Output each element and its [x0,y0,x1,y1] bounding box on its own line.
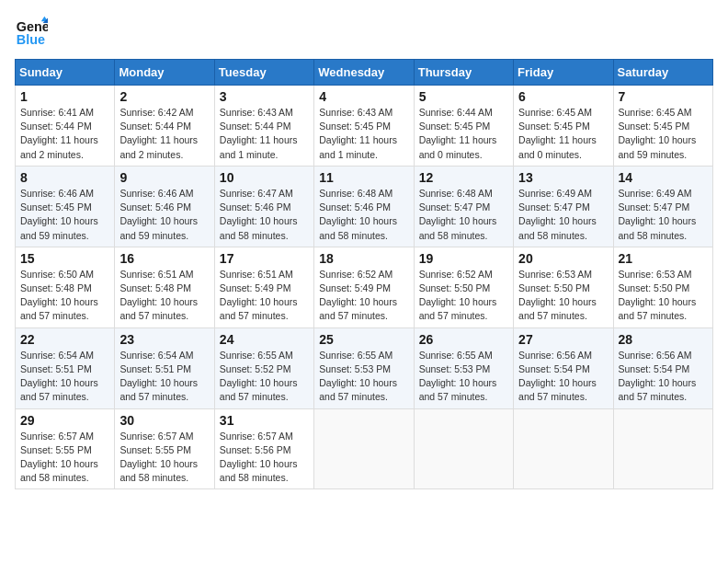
day-number: 20 [518,251,608,266]
day-info: Sunrise: 6:48 AMSunset: 5:47 PMDaylight:… [419,187,508,243]
page-header: General Blue [15,15,713,48]
day-number: 5 [419,89,508,104]
day-info: Sunrise: 6:52 AMSunset: 5:50 PMDaylight:… [419,268,508,324]
day-info: Sunrise: 6:49 AMSunset: 5:47 PMDaylight:… [619,187,708,243]
day-info: Sunrise: 6:49 AMSunset: 5:47 PMDaylight:… [518,187,608,243]
day-info: Sunrise: 6:43 AMSunset: 5:44 PMDaylight:… [220,106,309,162]
day-number: 26 [419,332,508,347]
day-number: 16 [119,251,209,266]
calendar-cell: 12Sunrise: 6:48 AMSunset: 5:47 PMDayligh… [414,166,513,247]
calendar-cell: 2Sunrise: 6:42 AMSunset: 5:44 PMDaylight… [115,86,214,167]
logo-icon: General Blue [15,15,48,48]
calendar-cell: 19Sunrise: 6:52 AMSunset: 5:50 PMDayligh… [414,247,513,327]
calendar-col-sunday: Sunday [16,60,115,86]
day-info: Sunrise: 6:42 AMSunset: 5:44 PMDaylight:… [119,106,209,162]
calendar-cell: 5Sunrise: 6:44 AMSunset: 5:45 PMDaylight… [414,86,513,167]
calendar-col-tuesday: Tuesday [214,60,313,86]
calendar-week-row: 15Sunrise: 6:50 AMSunset: 5:48 PMDayligh… [16,247,713,327]
day-info: Sunrise: 6:55 AMSunset: 5:53 PMDaylight:… [319,349,408,405]
logo: General Blue [15,15,51,48]
calendar-cell [613,408,712,489]
calendar-week-row: 29Sunrise: 6:57 AMSunset: 5:55 PMDayligh… [16,408,713,489]
day-info: Sunrise: 6:48 AMSunset: 5:46 PMDaylight:… [319,187,408,243]
calendar-cell: 22Sunrise: 6:54 AMSunset: 5:51 PMDayligh… [16,327,115,408]
day-info: Sunrise: 6:51 AMSunset: 5:48 PMDaylight:… [119,268,209,324]
day-info: Sunrise: 6:44 AMSunset: 5:45 PMDaylight:… [419,106,508,162]
day-number: 17 [220,251,309,266]
calendar-cell: 20Sunrise: 6:53 AMSunset: 5:50 PMDayligh… [514,247,613,327]
day-number: 22 [20,332,109,347]
day-info: Sunrise: 6:51 AMSunset: 5:49 PMDaylight:… [220,268,309,324]
day-number: 14 [619,170,708,185]
calendar-cell: 25Sunrise: 6:55 AMSunset: 5:53 PMDayligh… [314,327,414,408]
day-info: Sunrise: 6:46 AMSunset: 5:45 PMDaylight:… [20,187,109,243]
day-info: Sunrise: 6:45 AMSunset: 5:45 PMDaylight:… [619,106,708,162]
day-number: 7 [619,89,708,104]
day-number: 4 [319,89,408,104]
calendar-cell: 11Sunrise: 6:48 AMSunset: 5:46 PMDayligh… [314,166,414,247]
calendar-cell: 3Sunrise: 6:43 AMSunset: 5:44 PMDaylight… [214,86,313,167]
calendar-cell: 28Sunrise: 6:56 AMSunset: 5:54 PMDayligh… [613,327,712,408]
day-number: 9 [119,170,209,185]
calendar-cell: 13Sunrise: 6:49 AMSunset: 5:47 PMDayligh… [514,166,613,247]
calendar-col-friday: Friday [514,60,613,86]
day-info: Sunrise: 6:55 AMSunset: 5:53 PMDaylight:… [419,349,508,405]
calendar-header-row: SundayMondayTuesdayWednesdayThursdayFrid… [16,60,713,86]
calendar-cell: 17Sunrise: 6:51 AMSunset: 5:49 PMDayligh… [214,247,313,327]
calendar-col-thursday: Thursday [414,60,513,86]
day-info: Sunrise: 6:55 AMSunset: 5:52 PMDaylight:… [220,349,309,405]
day-info: Sunrise: 6:54 AMSunset: 5:51 PMDaylight:… [119,349,209,405]
svg-text:Blue: Blue [17,32,45,47]
day-info: Sunrise: 6:41 AMSunset: 5:44 PMDaylight:… [20,106,109,162]
day-number: 11 [319,170,408,185]
day-number: 30 [119,413,209,428]
calendar-cell: 24Sunrise: 6:55 AMSunset: 5:52 PMDayligh… [214,327,313,408]
day-number: 25 [319,332,408,347]
calendar-week-row: 22Sunrise: 6:54 AMSunset: 5:51 PMDayligh… [16,327,713,408]
calendar-col-monday: Monday [115,60,214,86]
calendar-cell: 9Sunrise: 6:46 AMSunset: 5:46 PMDaylight… [115,166,214,247]
day-info: Sunrise: 6:53 AMSunset: 5:50 PMDaylight:… [518,268,608,324]
day-number: 18 [319,251,408,266]
day-number: 15 [20,251,109,266]
day-info: Sunrise: 6:52 AMSunset: 5:49 PMDaylight:… [319,268,408,324]
day-info: Sunrise: 6:57 AMSunset: 5:55 PMDaylight:… [20,430,109,486]
calendar-body: 1Sunrise: 6:41 AMSunset: 5:44 PMDaylight… [16,86,713,489]
day-number: 21 [619,251,708,266]
day-number: 1 [20,89,109,104]
day-info: Sunrise: 6:43 AMSunset: 5:45 PMDaylight:… [319,106,408,162]
day-number: 27 [518,332,608,347]
calendar-cell: 30Sunrise: 6:57 AMSunset: 5:55 PMDayligh… [115,408,214,489]
day-number: 2 [119,89,209,104]
day-info: Sunrise: 6:50 AMSunset: 5:48 PMDaylight:… [20,268,109,324]
calendar-cell: 6Sunrise: 6:45 AMSunset: 5:45 PMDaylight… [514,86,613,167]
day-number: 24 [220,332,309,347]
calendar-cell: 16Sunrise: 6:51 AMSunset: 5:48 PMDayligh… [115,247,214,327]
calendar-week-row: 1Sunrise: 6:41 AMSunset: 5:44 PMDaylight… [16,86,713,167]
day-number: 19 [419,251,508,266]
day-info: Sunrise: 6:54 AMSunset: 5:51 PMDaylight:… [20,349,109,405]
calendar-cell: 18Sunrise: 6:52 AMSunset: 5:49 PMDayligh… [314,247,414,327]
day-number: 6 [518,89,608,104]
calendar-cell: 21Sunrise: 6:53 AMSunset: 5:50 PMDayligh… [613,247,712,327]
day-info: Sunrise: 6:56 AMSunset: 5:54 PMDaylight:… [619,349,708,405]
calendar-cell: 7Sunrise: 6:45 AMSunset: 5:45 PMDaylight… [613,86,712,167]
day-info: Sunrise: 6:47 AMSunset: 5:46 PMDaylight:… [220,187,309,243]
day-info: Sunrise: 6:53 AMSunset: 5:50 PMDaylight:… [619,268,708,324]
day-info: Sunrise: 6:56 AMSunset: 5:54 PMDaylight:… [518,349,608,405]
calendar-week-row: 8Sunrise: 6:46 AMSunset: 5:45 PMDaylight… [16,166,713,247]
day-info: Sunrise: 6:46 AMSunset: 5:46 PMDaylight:… [119,187,209,243]
day-number: 3 [220,89,309,104]
day-number: 10 [220,170,309,185]
calendar-cell: 1Sunrise: 6:41 AMSunset: 5:44 PMDaylight… [16,86,115,167]
calendar-cell [314,408,414,489]
day-number: 28 [619,332,708,347]
day-number: 12 [419,170,508,185]
calendar-col-wednesday: Wednesday [314,60,414,86]
calendar-cell [514,408,613,489]
day-number: 8 [20,170,109,185]
calendar-cell: 4Sunrise: 6:43 AMSunset: 5:45 PMDaylight… [314,86,414,167]
calendar-cell [414,408,513,489]
calendar-cell: 31Sunrise: 6:57 AMSunset: 5:56 PMDayligh… [214,408,313,489]
day-info: Sunrise: 6:57 AMSunset: 5:56 PMDaylight:… [220,430,309,486]
